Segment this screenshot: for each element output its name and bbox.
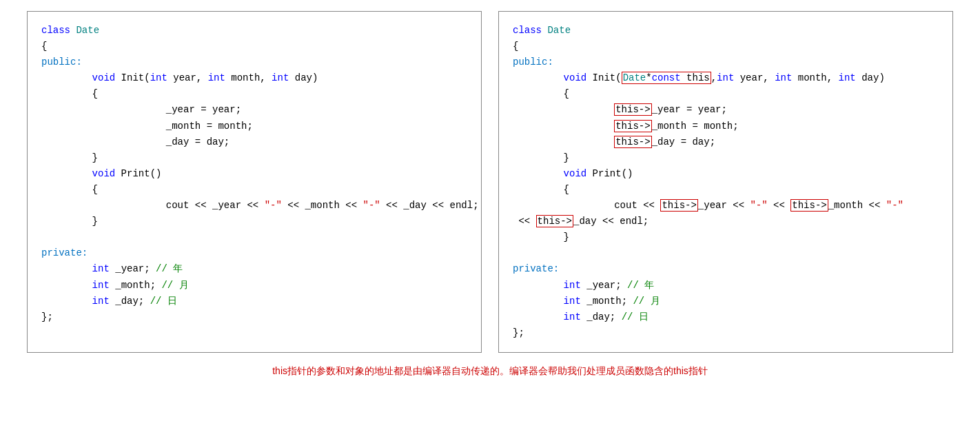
- bottom-caption: this指针的参数和对象的地址都是由编译器自动传递的。编译器会帮助我们处理成员函…: [272, 365, 708, 378]
- left-code-panel: class Date { public: void Init(int year,…: [27, 11, 482, 353]
- left-code-block: class Date { public: void Init(int year,…: [41, 23, 467, 325]
- right-code-panel: class Date { public: void Init(Date*cons…: [498, 11, 953, 353]
- right-code-block: class Date { public: void Init(Date*cons…: [513, 23, 939, 341]
- panels-container: class Date { public: void Init(int year,…: [11, 11, 969, 353]
